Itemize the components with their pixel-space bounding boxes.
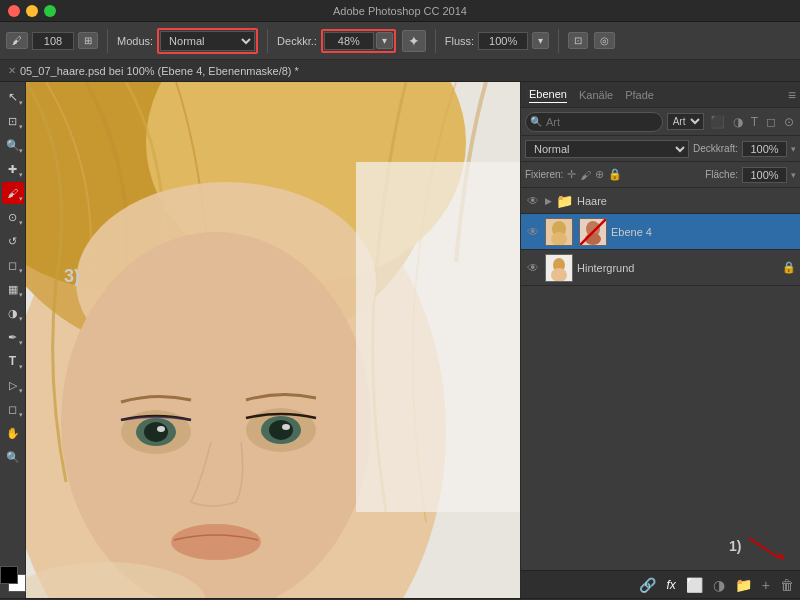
opacity-dropdown[interactable]: ▾ [376,32,393,49]
opacity-highlight: 48% ▾ [321,29,396,53]
separator-1 [107,29,108,53]
mode-select[interactable]: Normal Multiplizieren Abwedeln [160,31,255,51]
layer-mode-row: Normal Multiplizieren Deckkraft: 100% ▾ [521,136,800,162]
separator-2 [267,29,268,53]
fill-label: Fläche: [705,169,738,180]
mode-highlight: Normal Multiplizieren Abwedeln [157,28,258,54]
shape-icon: ◻ [8,403,17,416]
svg-text:3): 3) [64,266,80,286]
tab-close-button[interactable]: ✕ [8,65,16,76]
brush-preset-button[interactable]: 🖌 [6,32,28,49]
text-tool-icon: T [9,354,16,368]
tab-ebenen[interactable]: Ebenen [529,86,567,103]
add-adjustment-btn[interactable]: ◑ [711,575,727,595]
layer-search-input[interactable] [546,116,658,128]
filter-shape-btn[interactable]: ◻ [764,113,778,131]
layer-fix-row: Fixieren: ✛ 🖌 ⊕ 🔒 Fläche: 100% ▾ [521,162,800,188]
flow-container: Fluss: 100% ▾ [445,32,549,50]
shape-tool[interactable]: ◻ ▾ [2,398,24,420]
brush-options-button[interactable]: ⊞ [78,32,98,49]
layer-item-ebene4[interactable]: 👁 [521,214,800,250]
fill-input[interactable]: 100% [742,167,787,183]
heal-tool[interactable]: ✚ ▾ [2,158,24,180]
layer-mode-select[interactable]: Normal Multiplizieren [525,140,689,158]
main-toolbar: 🖌 108 ⊞ Modus: Normal Multiplizieren Abw… [0,22,800,60]
airbrush-button[interactable]: ✦ [402,30,426,52]
delete-layer-btn[interactable]: 🗑 [778,575,796,595]
layer-visibility-hintergrund[interactable]: 👁 [525,260,541,276]
hand-tool[interactable]: ✋ [2,422,24,444]
maximize-button[interactable] [44,5,56,17]
link-layers-btn[interactable]: 🔗 [637,575,658,595]
layer-visibility-haare[interactable]: 👁 [525,193,541,209]
pen-tool[interactable]: ✒ ▾ [2,326,24,348]
eyedropper-tool[interactable]: 🔍 ▾ [2,134,24,156]
selection-icon: ↖ [8,90,18,104]
minimize-button[interactable] [26,5,38,17]
eraser-tool[interactable]: ◻ ▾ [2,254,24,276]
fix-lock-icon[interactable]: 🔒 [608,168,622,181]
close-button[interactable] [8,5,20,17]
history-brush-tool[interactable]: ↺ [2,230,24,252]
search-icon: 🔍 [530,116,542,127]
crop-tool[interactable]: ⊡ ▾ [2,110,24,132]
extra-btn-1[interactable]: ⊡ [568,32,588,49]
layer-mask-thumb [579,218,607,246]
add-layer-btn[interactable]: + [760,575,772,595]
foreground-color-swatch[interactable] [0,566,18,584]
fix-position-icon[interactable]: ✛ [567,168,576,181]
fix-move-icon[interactable]: ⊕ [595,168,604,181]
mode-label: Modus: [117,35,153,47]
blur-icon: ◑ [8,307,18,320]
selection-tool[interactable]: ↖ ▾ [2,86,24,108]
annotation-1-container: 1) [521,529,800,570]
filter-type-select[interactable]: Art [667,113,704,130]
opacity-input[interactable]: 48% [324,32,374,50]
tab-title: 05_07_haare.psd bei 100% (Ebene 4, Ebene… [20,65,299,77]
layer-opacity-input[interactable]: 100% [742,141,787,157]
fx-btn[interactable]: fx [664,576,677,594]
annotation-arrow: 1) [529,533,800,563]
eraser-icon: ◻ [8,259,17,272]
svg-line-30 [749,538,779,558]
panel-search-container: 🔍 [525,112,663,132]
fix-brush-icon[interactable]: 🖌 [580,169,591,181]
filter-adjust-btn[interactable]: ◑ [731,113,745,131]
opacity-dropdown-btn[interactable]: ▾ [791,144,796,154]
brush-size-input[interactable]: 108 [32,32,74,50]
canvas-area[interactable]: 3) [26,82,520,598]
brush-tool-icon: 🖌 [7,187,18,199]
fill-dropdown-btn[interactable]: ▾ [791,170,796,180]
gradient-icon: ▦ [8,283,18,296]
panel-bottom-bar: 🔗 fx ⬜ ◑ 📁 + 🗑 [521,570,800,598]
svg-rect-18 [356,162,520,512]
zoom-tool[interactable]: 🔍 [2,446,24,468]
gradient-tool[interactable]: ▦ ▾ [2,278,24,300]
flow-input[interactable]: 100% [478,32,528,50]
path-select-tool[interactable]: ▷ ▾ [2,374,24,396]
filter-type-btn[interactable]: T [749,113,760,131]
group-expand-icon[interactable]: ▶ [545,196,552,206]
tab-pfade[interactable]: Pfade [625,87,654,103]
layers-list: 👁 ▶ 📁 Haare 👁 [521,188,800,529]
tab-kanaele[interactable]: Kanäle [579,87,613,103]
layer-item-hintergrund[interactable]: 👁 Hintergrund 🔒 [521,250,800,286]
flow-label: Fluss: [445,35,474,47]
layer-group-haare[interactable]: 👁 ▶ 📁 Haare [521,188,800,214]
extra-btn-2[interactable]: ◎ [594,32,615,49]
add-group-btn[interactable]: 📁 [733,575,754,595]
panel-menu-button[interactable]: ≡ [788,87,796,103]
text-tool[interactable]: T ▾ [2,350,24,372]
svg-point-10 [157,426,165,432]
filter-pixel-btn[interactable]: ⬛ [708,113,727,131]
flow-dropdown[interactable]: ▾ [532,32,549,49]
brush-tool[interactable]: 🖌 ▾ [2,182,24,204]
filter-smart-btn[interactable]: ⊙ [782,113,796,131]
eyedropper-icon: 🔍 [6,139,20,152]
blur-tool[interactable]: ◑ ▾ [2,302,24,324]
add-mask-btn[interactable]: ⬜ [684,575,705,595]
history-brush-icon: ↺ [8,235,17,248]
brush-icon: 🖌 [12,35,22,46]
stamp-tool[interactable]: ⊙ ▾ [2,206,24,228]
layer-visibility-ebene4[interactable]: 👁 [525,224,541,240]
